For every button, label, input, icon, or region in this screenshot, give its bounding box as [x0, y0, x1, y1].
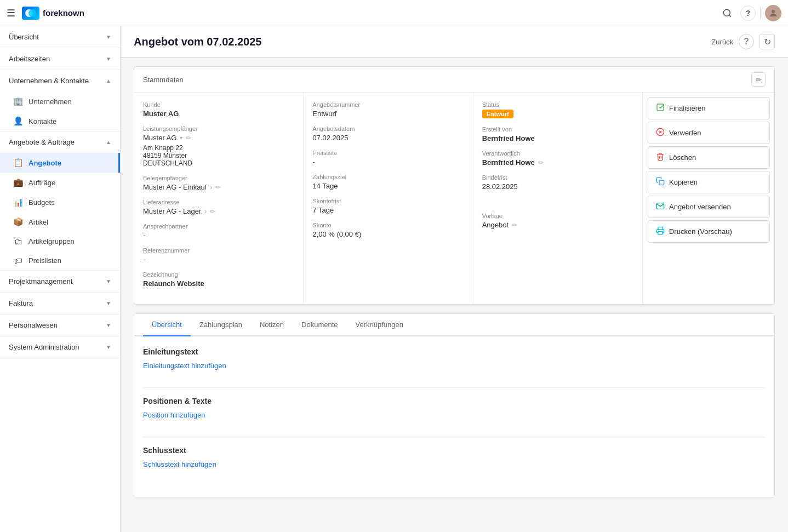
- sidebar-header-arbeitszeiten[interactable]: Arbeitszeiten ▼: [0, 48, 120, 70]
- sidebar-item-artikel[interactable]: 📦 Artikel: [0, 212, 120, 232]
- erstellt-von-field: Erstellt von Bernfried Howe: [482, 126, 633, 142]
- verwerfen-button[interactable]: Verwerfen: [648, 122, 770, 144]
- sidebar-item-kontakte[interactable]: 👤 Kontakte: [0, 111, 120, 131]
- tab-verknuepfungen[interactable]: Verknüpfungen: [347, 314, 412, 336]
- card-edit-button[interactable]: ✏: [751, 72, 766, 87]
- status-badge: Entwurf: [482, 110, 513, 118]
- sidebar-header-projektmanagement[interactable]: Projektmanagement ▼: [0, 271, 120, 292]
- svg-point-4: [772, 10, 775, 13]
- sidebar-item-preislisten[interactable]: 🏷 Preislisten: [0, 251, 120, 270]
- sidebar-item-auftraege[interactable]: 💼 Aufträge: [0, 173, 120, 192]
- svg-line-3: [729, 15, 730, 16]
- nav-arrow-icon[interactable]: ›: [204, 208, 207, 215]
- menu-icon[interactable]: ☰: [7, 7, 15, 19]
- verwerfen-icon: [656, 128, 665, 138]
- positionen-section: Positionen & Texte Position hinzufügen: [143, 387, 766, 424]
- chevron-down-icon: ▼: [106, 56, 111, 62]
- add-schlusstext-link[interactable]: Schlusstext hinzufügen: [143, 460, 216, 468]
- chart-icon: 📊: [13, 197, 23, 207]
- sidebar-section-arbeitszeiten: Arbeitszeiten ▼: [0, 48, 120, 70]
- einleitungstext-title: Einleitungstext: [143, 347, 766, 356]
- sidebar-section-system-administration: System Administration ▼: [0, 336, 120, 358]
- schlusstext-title: Schlusstext: [143, 446, 766, 455]
- loeschen-button[interactable]: Löschen: [648, 146, 770, 169]
- sidebar-item-budgets[interactable]: 📊 Budgets: [0, 192, 120, 212]
- clipboard-icon: 📋: [13, 158, 23, 168]
- positionen-title: Positionen & Texte: [143, 397, 766, 405]
- preisliste-field: Preisliste -: [312, 150, 464, 166]
- sidebar-header-faktura[interactable]: Faktura ▼: [0, 293, 120, 314]
- edit-lieferadresse-icon[interactable]: ✏: [210, 208, 215, 215]
- add-position-link[interactable]: Position hinzufügen: [143, 411, 205, 419]
- topbar: ☰ foreknown ?: [0, 0, 788, 26]
- edit-leistungsempfaenger-icon[interactable]: ✏: [186, 134, 191, 142]
- tab-notizen[interactable]: Notizen: [251, 314, 293, 336]
- verantwortlich-inline: Bernfried Howe ✏: [482, 158, 633, 167]
- page-header: Angebot vom 07.02.2025 Zurück ? ↻: [121, 26, 788, 58]
- angebot-versenden-button[interactable]: Angebot versenden: [648, 196, 770, 218]
- vorlage-field: Vorlage Angebot ✏: [482, 213, 633, 229]
- page-help-button[interactable]: ?: [739, 34, 754, 49]
- help-button[interactable]: ?: [740, 5, 756, 21]
- stammdaten-col3: Status Entwurf Erstellt von Bernfried Ho…: [473, 93, 643, 304]
- stammdaten-col2: Angebotsnummer Entwurf Angebotsdatum 07.…: [304, 93, 473, 304]
- main-content: Angebot vom 07.02.2025 Zurück ? ↻ Stammd…: [121, 26, 788, 532]
- search-button[interactable]: [718, 4, 736, 22]
- chevron-down-icon: ▼: [106, 344, 111, 350]
- nav-arrow-icon[interactable]: ›: [210, 184, 212, 191]
- sidebar-section-angebote-auftraege: Angebote & Aufträge ▲ 📋 Angebote 💼 Auftr…: [0, 131, 120, 271]
- chevron-down-icon: ▼: [106, 278, 111, 284]
- sidebar-item-artikelgruppen[interactable]: 🗂 Artikelgruppen: [0, 232, 120, 251]
- tab-zahlungsplan[interactable]: Zahlungsplan: [191, 314, 251, 336]
- svg-point-2: [723, 9, 730, 16]
- sidebar-header-angebote-auftraege[interactable]: Angebote & Aufträge ▲: [0, 131, 120, 153]
- referenznummer-field: Referenznummer -: [143, 247, 294, 264]
- skonto-field: Skonto 2,00 % (0,00 €): [312, 222, 464, 238]
- sidebar-item-unternehmen[interactable]: 🏢 Unternehmen: [0, 91, 120, 111]
- stammdaten-card: Stammdaten ✏ Kunde Muster AG Leistungsem…: [134, 66, 775, 305]
- angebotsdatum-field: Angebotsdatum 07.02.2025: [312, 125, 464, 142]
- kunde-field: Kunde Muster AG: [143, 101, 294, 118]
- dropdown-arrow-icon[interactable]: ▾: [180, 135, 182, 141]
- sidebar-header-unternehmen-kontakte[interactable]: Unternehmen & Kontakte ▲: [0, 70, 120, 91]
- finalisieren-button[interactable]: Finalisieren: [648, 97, 770, 119]
- schlusstext-section: Schlusstext Schlusstext hinzufügen: [143, 437, 766, 473]
- trash-icon: [656, 152, 665, 163]
- angebotsnummer-field: Angebotsnummer Entwurf: [312, 101, 464, 118]
- back-button[interactable]: Zurück: [711, 38, 733, 46]
- status-field: Status Entwurf: [482, 101, 633, 118]
- belegempfaenger-inline: Muster AG - Einkauf › ✏: [143, 183, 294, 191]
- tabs-card: Übersicht Zahlungsplan Notizen Dokumente…: [134, 313, 775, 497]
- edit-belegempfaenger-icon[interactable]: ✏: [215, 184, 221, 191]
- chevron-up-icon: ▲: [106, 78, 111, 84]
- stammdaten-col1: Kunde Muster AG Leistungsempfänger Muste…: [134, 93, 304, 304]
- refresh-button[interactable]: ↻: [760, 34, 775, 49]
- add-einleitungstext-link[interactable]: Einleitungstext hinzufügen: [143, 362, 226, 370]
- sidebar: Übersicht ▼ Arbeitszeiten ▼ Unternehmen …: [0, 26, 121, 532]
- finalisieren-icon: [656, 103, 665, 113]
- avatar[interactable]: [765, 5, 781, 21]
- logo-icon: [22, 7, 39, 20]
- sidebar-section-uebersicht: Übersicht ▼: [0, 26, 120, 48]
- leistungsempfaenger-inline: Muster AG ▾ ✏: [143, 134, 294, 142]
- tab-uebersicht[interactable]: Übersicht: [143, 314, 191, 336]
- tag-icon: 🏷: [13, 256, 23, 265]
- card-title: Stammdaten: [143, 76, 184, 84]
- tab-content: Einleitungstext Einleitungstext hinzufüg…: [134, 336, 774, 497]
- tabs-bar: Übersicht Zahlungsplan Notizen Dokumente…: [134, 314, 774, 336]
- sidebar-header-personalwesen[interactable]: Personalwesen ▼: [0, 314, 120, 336]
- drucken-vorschau-button[interactable]: Drucken (Vorschau): [648, 220, 770, 243]
- kopieren-button[interactable]: Kopieren: [648, 171, 770, 193]
- sidebar-header-uebersicht[interactable]: Übersicht ▼: [0, 26, 120, 48]
- svg-rect-9: [659, 180, 664, 185]
- bindefrist-field: Bindefrist 28.02.2025: [482, 174, 633, 191]
- svg-rect-10: [658, 231, 663, 234]
- tab-dokumente[interactable]: Dokumente: [293, 314, 346, 336]
- edit-verantwortlich-icon[interactable]: ✏: [538, 159, 544, 167]
- sidebar-item-angebote[interactable]: 📋 Angebote: [0, 153, 120, 173]
- edit-vorlage-icon[interactable]: ✏: [512, 221, 517, 229]
- building-icon: 🏢: [13, 96, 23, 106]
- sidebar-header-system-administration[interactable]: System Administration ▼: [0, 336, 120, 358]
- vorlage-inline: Angebot ✏: [482, 221, 633, 229]
- bezeichnung-field: Bezeichnung Relaunch Website: [143, 271, 294, 288]
